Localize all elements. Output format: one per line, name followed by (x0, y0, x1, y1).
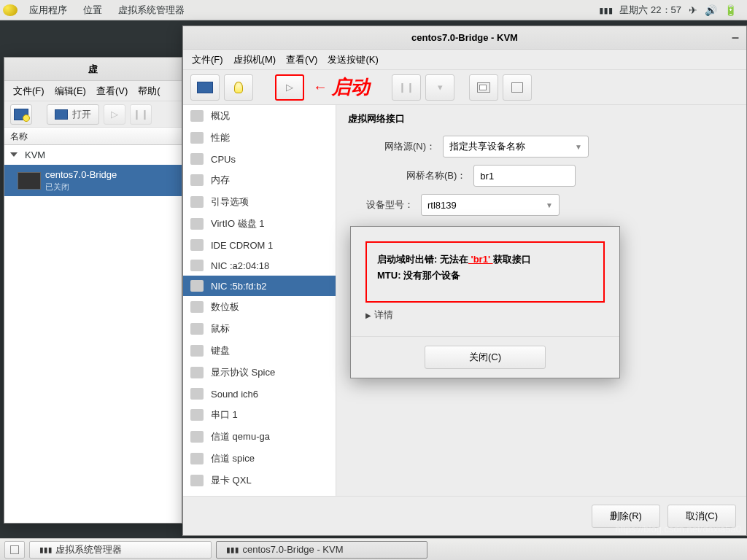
hw-item[interactable]: 概况 (183, 105, 336, 127)
hw-item[interactable]: 信道 spice (183, 448, 336, 470)
device-model-value: rtl8139 (427, 200, 457, 211)
err-line1a: 启动域时出错: 无法在 (377, 254, 468, 265)
hw-item[interactable]: 鼠标 (183, 318, 336, 340)
run-vm-button[interactable]: ▷ (104, 104, 125, 125)
hw-item[interactable]: 显示协议 Spice (183, 362, 336, 384)
details-label: 详情 (374, 308, 393, 322)
vm-menu-sendkey[interactable]: 发送按键(K) (323, 50, 382, 69)
hw-item[interactable]: 数位板 (183, 296, 336, 318)
hw-item[interactable]: 性能 (183, 127, 336, 149)
battery-icon[interactable]: 🔋 (724, 4, 737, 16)
err-line1c: 获取接口 (493, 254, 531, 265)
vm-menu-file[interactable]: 文件(F) (187, 50, 228, 69)
volume-icon[interactable]: 🔊 (705, 4, 717, 16)
vmm-menu-view[interactable]: 查看(V) (92, 82, 132, 101)
netsrc-label: 网络源(N)： (348, 140, 436, 153)
vm-titlebar[interactable]: centos7.0-Bridge - KVM – (183, 26, 746, 50)
task-vm-details[interactable]: ▮▮▮ centos7.0-Bridge - KVM (216, 541, 427, 559)
vm-menubar: 文件(F) 虚拟机(M) 查看(V) 发送按键(K) (183, 50, 746, 70)
vmm-toolbar: 打开 ▷ ❙❙ (4, 101, 182, 128)
hw-item[interactable]: 信道 qemu-ga (183, 426, 336, 448)
device-icon (190, 367, 204, 378)
expand-icon (10, 152, 18, 157)
device-icon (190, 475, 204, 486)
hw-item-label: 显卡 QXL (211, 474, 252, 487)
hw-item-label: CPUs (211, 154, 236, 165)
vm-state: 已关闭 (45, 182, 117, 192)
hw-item-label: 概况 (211, 109, 230, 122)
menu-places[interactable]: 位置 (76, 1, 109, 20)
hw-item[interactable]: IDE CDROM 1 (183, 235, 336, 255)
vm-toolbar: ▷ ← 启动 ❙❙ ▾ (183, 70, 746, 105)
vmm-window: 虚 文件(F) 编辑(E) 查看(V) 帮助( 打开 ▷ ❙❙ 名称 KVM c… (4, 57, 182, 524)
hw-item-label: Sound ich6 (211, 389, 258, 400)
device-model-combo[interactable]: rtl8139 ▼ (421, 194, 560, 216)
conn-row-kvm[interactable]: KVM (4, 145, 182, 165)
pause-icon: ❙❙ (398, 82, 414, 93)
error-details-expander[interactable]: ▶ 详情 (365, 308, 605, 322)
hw-item[interactable]: CPUs (183, 149, 336, 169)
hw-item-label: 数位板 (211, 300, 239, 314)
hw-item-label: NIC :5b:fd:b2 (211, 281, 267, 292)
device-icon (190, 218, 204, 230)
netsrc-combo[interactable]: 指定共享设备名称 ▼ (443, 136, 589, 158)
vmm-menu-file[interactable]: 文件(F) (9, 82, 49, 101)
hw-item-label: 串口 1 (211, 408, 238, 421)
hw-item-label: 键盘 (211, 344, 230, 357)
play-icon: ▷ (286, 82, 293, 93)
vm-list-header[interactable]: 名称 (4, 128, 182, 145)
hw-item[interactable]: Sound ich6 (183, 384, 336, 404)
start-vm-button[interactable]: ▷ (275, 74, 304, 101)
vmm-title-text: 虚 (88, 63, 98, 76)
hw-item[interactable]: 引导选项 (183, 191, 336, 213)
hw-item[interactable]: NIC :5b:fd:b2 (183, 276, 336, 296)
hw-item[interactable]: VirtIO 磁盘 1 (183, 213, 336, 235)
hw-item[interactable]: NIC :a2:04:18 (183, 255, 336, 276)
pause-button[interactable]: ❙❙ (392, 74, 421, 101)
usage-icon[interactable]: ▮▮▮ (598, 4, 612, 16)
console-button[interactable] (190, 74, 220, 101)
details-button[interactable] (224, 74, 253, 101)
hw-item[interactable]: 内存 (183, 169, 336, 191)
minimize-icon[interactable]: – (732, 30, 739, 45)
menu-vmm-app[interactable]: 虚拟系统管理器 (111, 1, 192, 20)
fullscreen-button[interactable] (503, 74, 532, 101)
hw-item-label: 鼠标 (211, 322, 230, 335)
bridge-name-input[interactable]: br1 (473, 165, 576, 187)
error-close-button[interactable]: 关闭(C) (425, 346, 546, 369)
task-vmm[interactable]: ▮▮▮ 虚拟系统管理器 (29, 541, 212, 559)
menu-applications[interactable]: 应用程序 (22, 1, 74, 20)
hw-item[interactable]: 键盘 (183, 340, 336, 362)
monitor-new-icon (14, 109, 28, 120)
vmm-menu-edit[interactable]: 编辑(E) (50, 82, 90, 101)
vm-row-centos[interactable]: centos7.0-Bridge 已关闭 (4, 165, 182, 196)
show-desktop-button[interactable] (4, 541, 25, 559)
app-icon: ▮▮▮ (225, 544, 238, 555)
shutdown-button[interactable]: ▾ (425, 74, 454, 101)
network-icon[interactable]: ✈ (689, 4, 697, 16)
hw-item-label: IDE CDROM 1 (211, 240, 273, 251)
device-icon (190, 196, 204, 208)
chevron-down-icon: ▼ (546, 201, 553, 209)
task-vm-label: centos7.0-Bridge - KVM (242, 544, 343, 555)
vmm-titlebar[interactable]: 虚 (4, 58, 182, 81)
bridge-name-value: br1 (480, 171, 494, 182)
vm-menu-vm[interactable]: 虚拟机(M) (229, 50, 281, 69)
snapshot-button[interactable] (469, 74, 498, 101)
device-icon (190, 239, 204, 251)
new-vm-button[interactable] (10, 104, 32, 125)
chevron-down-icon: ▼ (575, 143, 582, 151)
fullscreen-icon (511, 82, 523, 93)
pause-vm-button[interactable]: ❙❙ (130, 104, 152, 125)
hw-item[interactable]: 显卡 QXL (183, 470, 336, 491)
vm-tree: KVM centos7.0-Bridge 已关闭 (4, 145, 182, 523)
hw-item[interactable]: 串口 1 (183, 404, 336, 426)
vmm-menu-help[interactable]: 帮助( (133, 82, 164, 101)
open-vm-button[interactable]: 打开 (47, 104, 99, 125)
task-vmm-label: 虚拟系统管理器 (55, 543, 122, 556)
device-icon (190, 345, 204, 357)
vm-menu-view[interactable]: 查看(V) (282, 50, 322, 69)
clock[interactable]: 星期六 22：57 (619, 4, 681, 17)
gnome-logo-icon (3, 4, 18, 16)
hw-item-label: 信道 spice (211, 452, 255, 465)
